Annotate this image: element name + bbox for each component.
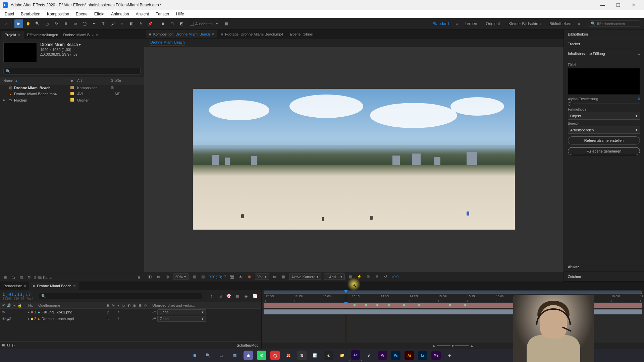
taskbar-ps[interactable]: Ps	[390, 349, 402, 361]
show-snapshot-icon[interactable]: 👁	[237, 274, 244, 280]
frame-blend-icon[interactable]: ▦	[234, 292, 241, 300]
menu-bearbeiten[interactable]: Bearbeiten	[17, 11, 44, 17]
menu-datei[interactable]: Datei	[1, 11, 17, 17]
reset-exp-icon[interactable]: ↺	[382, 274, 388, 280]
menu-ansicht[interactable]: Ansicht	[132, 11, 152, 17]
rgb-icon[interactable]: ◉	[246, 274, 252, 280]
resolution-select[interactable]: Voll ▾	[255, 274, 269, 280]
col-label[interactable]: ◆	[70, 78, 77, 83]
graph-editor-icon[interactable]: 📈	[251, 292, 259, 300]
stroke-swatch[interactable]: ◻	[168, 19, 176, 28]
taskbar-app-yellow[interactable]: ◆	[443, 349, 455, 361]
taskbar-notes[interactable]: 📝	[309, 349, 321, 361]
taskbar-whatsapp[interactable]: ✆	[256, 349, 268, 361]
project-search[interactable]: 🔍	[3, 68, 141, 75]
close-button[interactable]: ✕	[626, 0, 641, 10]
zoom-tool[interactable]: 🔍	[33, 19, 42, 28]
col-audio-icon[interactable]: 🔊	[7, 303, 11, 308]
panel-bibliotheken[interactable]: Bibliotheken	[564, 29, 644, 39]
timeline-icon[interactable]: ⊞	[365, 274, 371, 280]
stamp-tool[interactable]: ⎅	[118, 19, 126, 28]
roto-tool[interactable]: ✎	[137, 19, 145, 28]
viewer-tab-layer[interactable]: Ebene (ohne)	[287, 30, 317, 38]
workspace-original[interactable]: Original	[484, 20, 502, 27]
col-source-name[interactable]: Quellenname	[38, 303, 105, 307]
new-folder-icon[interactable]: 🗀	[10, 275, 16, 281]
preview-canvas[interactable]	[193, 89, 515, 230]
anchor-tool[interactable]: ⊕	[61, 19, 70, 28]
snapshot-icon[interactable]: 📷	[229, 274, 235, 280]
channel-icon[interactable]: ▭	[156, 274, 162, 280]
exposure-value[interactable]: +0,0	[391, 275, 398, 279]
fill-swatch[interactable]: ◼	[158, 19, 167, 28]
col-solo-icon[interactable]: ●	[12, 303, 17, 308]
snap-tool[interactable]: ✂	[213, 19, 221, 28]
panel-content-aware-fill[interactable]: Inhaltsbasierte Füllung≡	[564, 49, 644, 58]
taskbar-search[interactable]: 🔍	[202, 349, 214, 361]
alpha-expansion-slider[interactable]	[568, 102, 640, 106]
workspace-bibliotheken[interactable]: Bibliotheken	[547, 20, 573, 27]
maximize-button[interactable]: ❐	[610, 0, 626, 10]
interpret-icon[interactable]: ▦	[2, 275, 8, 281]
mask-icon[interactable]: ◎	[164, 274, 170, 280]
layer-row-2[interactable]: 👁🔊 ▸■2 ▸Drohne ...each.mp4 ⊕/ ☍Ohne▾	[0, 315, 261, 322]
taskbar-app-red[interactable]: ◯	[269, 349, 281, 361]
viewer-breadcrumb[interactable]: Drohne Miami Beach	[144, 39, 564, 47]
taskbar-me[interactable]: Me	[430, 349, 442, 361]
taskbar-start[interactable]: ⊞	[189, 349, 201, 361]
taskbar-ai[interactable]: Ai	[403, 349, 415, 361]
taskbar-app-bw[interactable]: ⌘	[296, 349, 308, 361]
taskbar-teams[interactable]: ◉	[242, 349, 254, 361]
menu-animation[interactable]: Animation	[108, 11, 132, 17]
menu-ebene[interactable]: Ebene	[72, 11, 91, 17]
alpha-icon[interactable]: ◧	[147, 274, 153, 280]
timeline-timecode[interactable]: 0;01;13;17	[3, 292, 34, 297]
effect-controls-tab[interactable]: Effekteinstellungen Drohne Miami B »≡	[24, 31, 101, 39]
misc-tool[interactable]: ▦	[222, 19, 231, 28]
timeline-zoom-slider[interactable]: ▲●▲	[432, 344, 474, 348]
menu-fenster[interactable]: Fenster	[152, 11, 173, 17]
alpha-expansion-value[interactable]: 0	[638, 97, 640, 101]
pen-tool[interactable]: ✒	[90, 19, 98, 28]
panel-absatz[interactable]: Absatz	[564, 262, 644, 272]
workspace-standard[interactable]: Standard	[430, 20, 451, 27]
hide-shy-icon[interactable]: 👻	[225, 292, 232, 300]
rotate-tool[interactable]: ↻	[52, 19, 61, 28]
workspace-menu-icon[interactable]: ≡	[455, 21, 458, 26]
timeline-search[interactable]: 🔍	[39, 293, 202, 299]
home-tool[interactable]: ⌂	[2, 19, 11, 28]
taskbar-ae[interactable]: Ae	[350, 349, 362, 361]
taskbar-pr[interactable]: Pr	[376, 349, 388, 361]
taskbar-obs[interactable]: ◐	[323, 349, 335, 361]
col-video-icon[interactable]: 👁	[1, 303, 6, 308]
menu-komposition[interactable]: Komposition	[44, 11, 72, 17]
project-item-folder[interactable]: ▸🗀Flächen Ordner	[0, 97, 144, 103]
grid-icon[interactable]: ▤	[200, 274, 206, 280]
align-checkbox[interactable]	[190, 22, 194, 26]
rect-tool[interactable]: ▭	[71, 19, 79, 28]
toggle-in-out-icon[interactable]: {}	[12, 343, 14, 347]
minimize-button[interactable]: —	[595, 0, 610, 10]
menu-hilfe[interactable]: Hilfe	[173, 11, 187, 17]
depth-label[interactable]: 8-Bit-Kanal	[34, 276, 52, 280]
safe-zone-icon[interactable]: ▦	[191, 274, 197, 280]
draft-3d-icon[interactable]: ◳	[216, 292, 224, 300]
taskbar-explorer[interactable]: 📁	[336, 349, 348, 361]
settings-icon[interactable]: ⚙	[26, 275, 32, 281]
fill-method-select[interactable]: Objekt▾	[568, 112, 640, 120]
render-queue-tab[interactable]: Renderliste ×	[0, 282, 29, 290]
viewer-timecode[interactable]: 0;01;13;17	[209, 275, 226, 279]
project-comp-name[interactable]: Drohne Miami Beach ▾	[40, 42, 81, 47]
comp-flow-icon[interactable]: ⊟	[374, 274, 380, 280]
sort-icon[interactable]: ▲	[14, 79, 18, 83]
range-select[interactable]: Arbeitsbereich▾	[568, 126, 640, 134]
zoom-select[interactable]: 50% ▾	[173, 274, 189, 280]
timeline-comp-tab[interactable]: ■ Drohne Miami Beach ≡	[29, 282, 79, 290]
create-reference-frame-button[interactable]: Referenzframe erstellen	[568, 136, 640, 144]
eraser-tool[interactable]: ◧	[127, 19, 136, 28]
motion-blur-icon[interactable]: ◉	[243, 292, 250, 300]
transparency-icon[interactable]: ▦	[280, 274, 286, 280]
taskbar-explorer2[interactable]: ▥	[229, 349, 241, 361]
workspace-lernen[interactable]: Lernen	[463, 20, 479, 27]
col-art[interactable]: Art	[77, 78, 111, 83]
